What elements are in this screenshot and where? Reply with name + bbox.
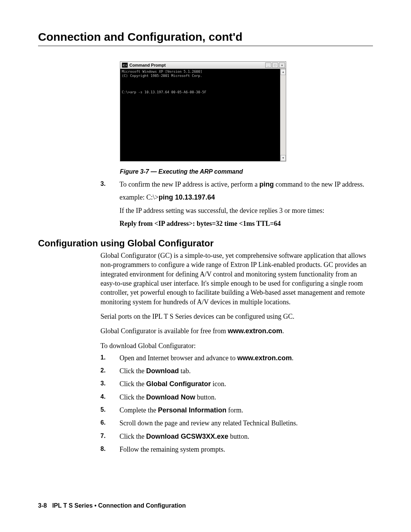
text: tab. [179,367,191,375]
step-number: 3. [100,379,119,388]
term-line: (C) Copyright 1985-2001 Microsoft Corp. [122,74,202,78]
text: Click the [119,393,146,401]
list-item: 3. Click the Global Configurator icon. [100,379,373,388]
link-text: www.extron.com [228,327,282,335]
bold: ping [259,181,274,188]
step-text: Complete the Personal Information form. [119,406,373,415]
list-item: 6. Scroll down the page and review any r… [100,419,373,428]
bold: Global Configurator [146,380,211,388]
step-text: Scroll down the page and review any rela… [119,419,373,428]
text: Click the [119,367,146,375]
content-block: 3. To confirm the new IP address is acti… [100,180,373,228]
text: icon. [211,380,226,388]
step-text: Click the Download tab. [119,366,373,375]
section-heading: Configuration using Global Configurator [38,238,373,249]
bold: ping 10.13.197.64 [159,193,215,201]
example-line: example: C:\>ping 10.13.197.64 [119,193,373,202]
window-title: Command Prompt [129,63,166,67]
step-number: 1. [100,353,119,363]
text: form. [226,406,243,414]
step-text: Click the Download Now button. [119,393,373,402]
list-item: 2. Click the Download tab. [100,366,373,375]
list-item: 1. Open and Internet browser and advance… [100,353,373,363]
step-number: 6. [100,419,119,428]
step-number: 7. [100,432,119,441]
page-number: 3-8 [38,502,47,509]
step-text: Open and Internet browser and advance to… [119,353,373,363]
gc-section: Global Configurator (GC) is a simple-to-… [100,251,373,454]
step-3: 3. To confirm the new IP address is acti… [100,180,373,189]
term-line: Microsoft Windows XP [Version 5.1.2600] [122,70,202,73]
step-number: 8. [100,445,119,454]
scrollbar[interactable]: ▲ ▼ [280,69,286,161]
minimize-button[interactable]: _ [265,62,271,68]
step-number: 5. [100,406,119,415]
text: To confirm the new IP address is active,… [119,181,259,188]
cmd-body-wrap: Microsoft Windows XP [Version 5.1.2600] … [120,69,286,161]
page-title: Connection and Configuration, cont'd [38,30,373,43]
text: button. [228,433,249,440]
text: command to the new IP address. [274,181,364,188]
maximize-button[interactable]: □ [272,62,278,68]
cmd-icon: C:\ [122,62,128,68]
divider [38,46,373,46]
step-text: Click the Global Configurator icon. [119,379,373,388]
bold: Download [146,367,179,375]
window-controls: _ □ × [265,62,285,68]
serial-paragraph: Serial ports on the IPL T S Series devic… [100,312,373,321]
document-page: Connection and Configuration, cont'd C:\… [0,0,411,532]
title-left: C:\ Command Prompt [122,62,166,68]
footer-text: IPL T S Series • Connection and Configur… [52,502,186,509]
list-item: 8. Follow the remaining system prompts. [100,445,373,454]
scroll-up-icon[interactable]: ▲ [280,69,286,75]
reply-line: Reply from <IP address>: bytes=32 time <… [119,219,373,228]
gc-paragraph: Global Configurator (GC) is a simple-to-… [100,251,373,307]
bold: www.extron.com [237,354,292,362]
step-text: Click the Download GCSW3XX.exe button. [119,432,373,441]
step-number: 3. [100,180,119,189]
text: button. [195,393,216,401]
text: Global Configurator is available for fre… [100,327,228,335]
text: Click the [119,433,146,440]
download-intro: To download Global Configurator: [100,341,373,350]
list-item: 7. Click the Download GCSW3XX.exe button… [100,432,373,441]
titlebar: C:\ Command Prompt _ □ × [120,62,286,69]
text: . [292,354,294,362]
step-number: 2. [100,366,119,375]
text: Complete the [119,406,158,414]
terminal-output: Microsoft Windows XP [Version 5.1.2600] … [120,69,280,161]
page-footer: 3-8IPL T S Series • Connection and Confi… [38,502,186,509]
step-number: 4. [100,393,119,402]
list-item: 5. Complete the Personal Information for… [100,406,373,415]
bold: Download Now [146,393,195,401]
text: Open and Internet browser and advance to [119,354,237,362]
list-item: 4. Click the Download Now button. [100,393,373,402]
text: . [282,327,284,335]
text: example: C:\> [119,193,159,201]
step-text: To confirm the new IP address is active,… [119,180,373,189]
text: Click the [119,380,146,388]
bold: Download GCSW3XX.exe [146,433,228,440]
scroll-down-icon[interactable]: ▼ [280,155,286,161]
figure-caption: Figure 3-7 — Executing the ARP command [120,168,373,175]
close-button[interactable]: × [279,62,285,68]
available-paragraph: Global Configurator is available for fre… [100,326,373,335]
term-line: C:\>arp -s 10.13.197.64 00-05-A6-00-30-5… [122,90,206,94]
bold: Personal Information [158,406,226,414]
success-line: If the IP address setting was successful… [119,206,373,215]
step-text: Follow the remaining system prompts. [119,445,373,454]
command-prompt-window: C:\ Command Prompt _ □ × Microsoft Windo… [120,61,286,161]
